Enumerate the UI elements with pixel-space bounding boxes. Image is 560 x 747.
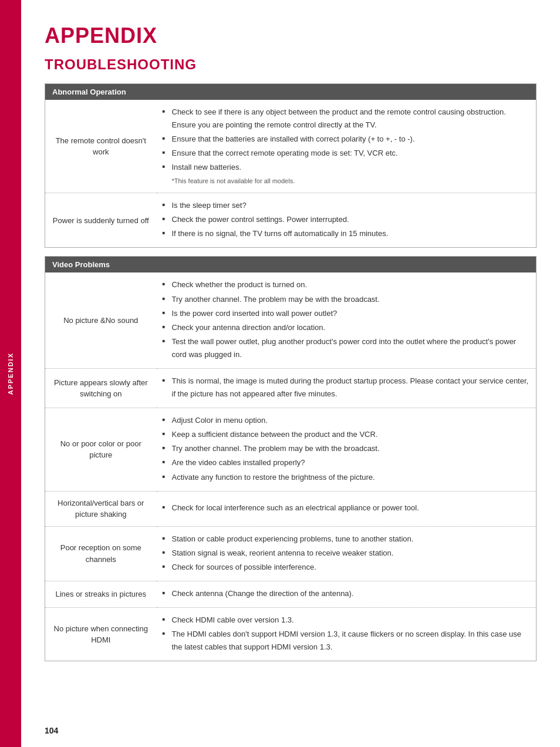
section-title: TROUBLESHOOTING	[45, 56, 537, 73]
table-row: Poor reception on some channelsStation o…	[45, 526, 537, 581]
page-number: 104	[45, 726, 58, 735]
list-item: Ensure that the batteries are installed …	[163, 133, 531, 146]
problem-cell: Lines or streaks in pictures	[45, 581, 157, 607]
list-item: Check whether the product is turned on.	[163, 278, 531, 291]
table-row: Picture appears slowly after switching o…	[45, 369, 537, 408]
page-title: APPENDIX	[45, 23, 537, 48]
solution-cell: Check antenna (Change the direction of t…	[157, 581, 537, 607]
table-row: Lines or streaks in picturesCheck antenn…	[45, 581, 537, 607]
list-item: Check for sources of possible interferen…	[163, 561, 531, 574]
problem-cell: Picture appears slowly after switching o…	[45, 369, 157, 408]
solution-cell: Check for local interference such as an …	[157, 491, 537, 526]
list-item: Ensure that the correct remote operating…	[163, 147, 531, 160]
list-item: Check antenna (Change the direction of t…	[163, 587, 531, 600]
problem-cell: No picture when connecting HDMI	[45, 608, 157, 661]
solution-cell: Station or cable product experiencing pr…	[157, 526, 537, 581]
problem-cell: Power is suddenly turned off	[45, 193, 157, 248]
list-item: Try another channel. The problem may be …	[163, 442, 531, 455]
solution-cell: Adjust Color in menu option.Keep a suffi…	[157, 408, 537, 491]
note-text: *This feature is not available for all m…	[163, 176, 531, 187]
list-item: Check to see if there is any object betw…	[163, 106, 531, 132]
problem-cell: Poor reception on some channels	[45, 526, 157, 581]
list-item: Keep a sufficient distance between the p…	[163, 428, 531, 441]
table-row: No picture when connecting HDMICheck HDM…	[45, 608, 537, 661]
list-item: Station signal is weak, reorient antenna…	[163, 547, 531, 560]
list-item: Test the wall power outlet, plug another…	[163, 335, 531, 361]
list-item: Is the sleep timer set?	[163, 199, 531, 212]
list-item: Station or cable product experiencing pr…	[163, 533, 531, 546]
problem-cell: Horizontal/vertical bars or picture shak…	[45, 491, 157, 526]
table-row: Power is suddenly turned offIs the sleep…	[45, 193, 537, 248]
list-item: The HDMI cables don't support HDMI versi…	[163, 628, 531, 654]
list-item: Check for local interference such as an …	[163, 502, 531, 514]
list-item: Activate any function to restore the bri…	[163, 471, 531, 484]
list-item: Check HDMI cable over version 1.3.	[163, 614, 531, 627]
problem-cell: No or poor color or poor picture	[45, 408, 157, 491]
table-row: The remote control doesn't workCheck to …	[45, 100, 537, 193]
list-item: Check your antenna direction and/or loca…	[163, 321, 531, 334]
section-header-1: Video Problems	[45, 257, 537, 273]
list-item: Try another channel. The problem may be …	[163, 293, 531, 306]
main-content: APPENDIX TROUBLESHOOTING Abnormal Operat…	[21, 0, 560, 747]
list-item: Install new batteries.	[163, 161, 531, 174]
sidebar-label: APPENDIX	[7, 352, 14, 395]
table-row: No or poor color or poor pictureAdjust C…	[45, 408, 537, 491]
solution-cell: Is the sleep timer set?Check the power c…	[157, 193, 537, 248]
list-item: Is the power cord inserted into wall pow…	[163, 307, 531, 320]
problem-cell: No picture &No sound	[45, 272, 157, 368]
list-item: Are the video cables installed properly?	[163, 456, 531, 469]
list-item: If there is no signal, the TV turns off …	[163, 227, 531, 240]
sidebar: APPENDIX	[0, 0, 21, 747]
solution-cell: Check to see if there is any object betw…	[157, 100, 537, 193]
table-row: No picture &No soundCheck whether the pr…	[45, 272, 537, 368]
solution-cell: Check HDMI cable over version 1.3.The HD…	[157, 608, 537, 661]
section-header-0: Abnormal Operation	[45, 84, 537, 100]
list-item: This is normal, the image is muted durin…	[163, 375, 531, 401]
problem-cell: The remote control doesn't work	[45, 100, 157, 193]
solution-cell: Check whether the product is turned on.T…	[157, 272, 537, 368]
solution-cell: This is normal, the image is muted durin…	[157, 369, 537, 408]
table-row: Horizontal/vertical bars or picture shak…	[45, 491, 537, 526]
list-item: Adjust Color in menu option.	[163, 414, 531, 427]
list-item: Check the power control settings. Power …	[163, 213, 531, 226]
